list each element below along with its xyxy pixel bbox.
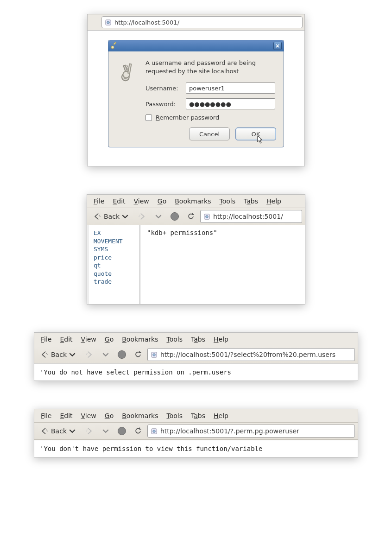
menubar: File Edit View Go Bookmarks Tools Tabs H… (34, 333, 358, 346)
forward-history-dropdown[interactable] (98, 425, 113, 438)
menu-tabs[interactable]: Tabs (240, 197, 262, 206)
back-button[interactable]: Back (90, 210, 133, 223)
menu-help[interactable]: Help (263, 197, 285, 206)
menu-view[interactable]: View (77, 335, 100, 344)
menu-file[interactable]: File (90, 197, 108, 206)
svg-point-22 (153, 353, 156, 356)
url-field[interactable]: http://localhost:5001/ (101, 16, 303, 28)
browser-window-select-denied: File Edit View Go Bookmarks Tools Tabs H… (34, 332, 358, 381)
keys-icon (117, 59, 139, 121)
key-icon (110, 42, 118, 50)
username-input[interactable] (186, 82, 275, 94)
password-input[interactable] (186, 98, 275, 109)
error-message: 'You don't have permission to view this … (34, 440, 358, 457)
close-button[interactable] (273, 42, 282, 50)
url-field[interactable]: http://localhost:5001/ (200, 210, 302, 223)
menu-go[interactable]: Go (101, 411, 117, 420)
url-text: http://localhost:5001/?select%20from%20.… (160, 351, 335, 358)
remember-row: Remember password (145, 114, 275, 121)
forward-button[interactable] (82, 425, 96, 438)
sidebar-link[interactable]: SYMS (94, 245, 135, 254)
url-field[interactable]: http://localhost:5001/?select%20from%20.… (147, 348, 355, 361)
menu-go[interactable]: Go (101, 335, 117, 344)
stop-icon (171, 212, 179, 221)
arrow-right-icon (84, 350, 94, 359)
menu-tabs[interactable]: Tabs (187, 335, 209, 344)
ok-button[interactable]: OK (235, 127, 276, 140)
dialog-message: A username and password are being reques… (145, 59, 275, 75)
toolbar: Back http://localhost:5001/?.perm.pg.pow… (34, 423, 358, 440)
forward-history-dropdown[interactable] (151, 210, 166, 223)
svg-point-14 (139, 216, 139, 217)
svg-point-12 (100, 216, 101, 217)
svg-point-17 (46, 353, 47, 354)
menu-file[interactable]: File (37, 335, 55, 344)
remember-checkbox[interactable] (145, 114, 152, 121)
menu-view[interactable]: View (77, 411, 100, 420)
menu-bookmarks[interactable]: Bookmarks (118, 335, 162, 344)
back-label: Back (51, 427, 67, 435)
stop-button[interactable] (115, 348, 129, 361)
svg-point-13 (139, 215, 140, 216)
reload-icon (133, 426, 143, 436)
sidebar-link[interactable]: MOVEMENT (94, 237, 135, 246)
menu-edit[interactable]: Edit (109, 197, 129, 206)
back-label: Back (104, 213, 120, 220)
chevron-down-icon (154, 212, 163, 221)
reload-button[interactable] (183, 210, 198, 223)
username-label: Username: (145, 85, 180, 92)
menu-tools[interactable]: Tools (163, 411, 186, 420)
main-content: "kdb+ permissions" (140, 225, 305, 304)
chevron-down-icon (68, 350, 77, 359)
password-label: Password: (145, 101, 180, 108)
stop-icon (118, 427, 126, 435)
stop-button[interactable] (115, 425, 129, 438)
dialog-titlebar (108, 40, 284, 51)
svg-point-28 (153, 430, 156, 432)
url-text: http://localhost:5001/ (114, 19, 179, 26)
remember-label: Remember password (156, 114, 219, 121)
svg-rect-10 (128, 64, 131, 73)
reload-button[interactable] (131, 425, 145, 438)
back-button[interactable]: Back (37, 425, 80, 438)
svg-point-18 (47, 354, 48, 355)
sidebar-link[interactable]: qt (94, 261, 135, 270)
arrow-left-icon (40, 426, 49, 436)
dialog-actions: Cancel OK (108, 127, 284, 147)
menu-edit[interactable]: Edit (56, 411, 76, 420)
cancel-button[interactable]: Cancel (189, 127, 230, 140)
sidebar-link[interactable]: price (94, 254, 135, 262)
forward-button[interactable] (82, 348, 96, 361)
menu-view[interactable]: View (130, 197, 153, 206)
back-button[interactable]: Back (37, 348, 80, 361)
password-row: Password: (145, 98, 275, 109)
url-field[interactable]: http://localhost:5001/?.perm.pg.poweruse… (147, 425, 355, 438)
page-icon (105, 19, 112, 26)
menu-tools[interactable]: Tools (163, 335, 186, 344)
sidebar-link[interactable]: quote (94, 270, 135, 278)
menu-tabs[interactable]: Tabs (187, 411, 209, 420)
stop-button[interactable] (168, 210, 182, 223)
reload-button[interactable] (131, 348, 145, 361)
toolbar: Back http://localhost:5001/?select%20fro… (34, 346, 358, 363)
menu-help[interactable]: Help (210, 335, 232, 344)
url-text: http://localhost:5001/ (213, 213, 283, 220)
menu-file[interactable]: File (37, 411, 55, 420)
forward-history-dropdown[interactable] (98, 348, 113, 361)
menu-bookmarks[interactable]: Bookmarks (118, 411, 162, 420)
chevron-down-icon (101, 350, 110, 359)
sidebar-link[interactable]: EX (94, 229, 135, 237)
svg-point-19 (87, 353, 88, 354)
username-row: Username: (145, 82, 275, 94)
menu-tools[interactable]: Tools (215, 197, 239, 206)
forward-button[interactable] (134, 210, 149, 223)
menubar: File Edit View Go Bookmarks Tools Tabs H… (34, 409, 358, 423)
sidebar-link[interactable]: trade (94, 278, 135, 286)
menu-bookmarks[interactable]: Bookmarks (171, 197, 215, 206)
menu-edit[interactable]: Edit (56, 335, 76, 344)
reload-icon (133, 350, 143, 359)
menu-help[interactable]: Help (210, 411, 232, 420)
menu-go[interactable]: Go (154, 197, 170, 206)
browser-window-view-denied: File Edit View Go Bookmarks Tools Tabs H… (34, 409, 358, 457)
chevron-down-icon (68, 426, 77, 436)
